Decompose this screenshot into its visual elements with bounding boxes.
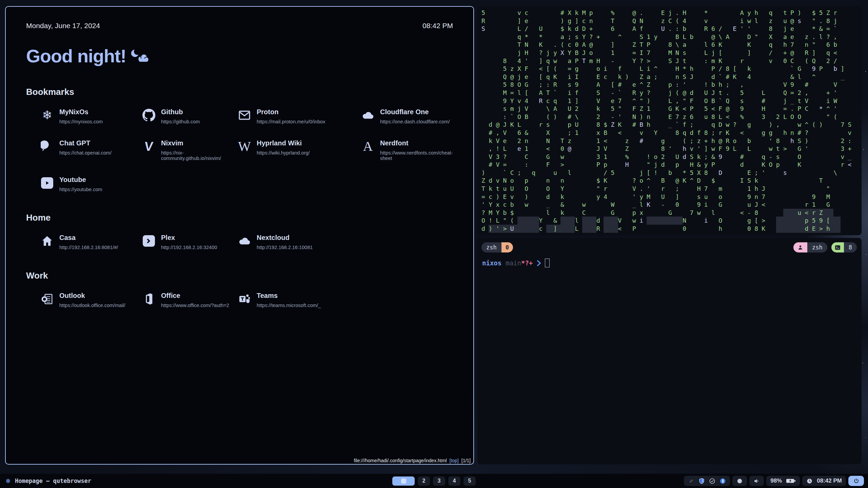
session-shell-label: zsh (807, 242, 827, 252)
battery-module[interactable]: 98% (766, 476, 800, 486)
mail-envelope-icon (237, 107, 252, 123)
bookmark-item-youtube[interactable]: Youtubehttps://youtube.com (40, 175, 141, 192)
bookmark-name: MyNixOs (59, 108, 103, 116)
workspace-1[interactable] (392, 476, 415, 486)
bookmark-item-nixvim[interactable]: VNixvimhttps://nix-community.github.io/n… (141, 139, 237, 161)
matrix-row: 5 vc #XkMp % @. Ej.H * Ayh q tP) $5Zr (481, 9, 862, 17)
bluetooth-icon[interactable] (719, 478, 726, 484)
matrix-row: 9Yv4 Rcq 1] V e7 ^") L,"F OB`Q s # j_tV … (481, 97, 862, 105)
clock-time: 08:42 PM (817, 477, 842, 484)
statusbar-url: file:///home/hadi/.config/startpage/inde… (354, 458, 447, 463)
bookmark-item-nerdfont[interactable]: ANerdfonthttps://www.nerdfonts.com/cheat… (360, 139, 453, 161)
tab-zsh[interactable]: zsh 0 (481, 242, 513, 252)
cloud-icon (237, 233, 252, 249)
active-workspace-dot (401, 479, 406, 484)
office-icon (141, 291, 156, 307)
section-title: Home (26, 212, 453, 223)
clock-icon (806, 478, 813, 484)
bookmark-item-cloudflare-one[interactable]: Cloudflare Onehttps://one.dash.cloudflar… (360, 107, 453, 124)
prompt-git-status: *?+ (521, 259, 533, 267)
battery-charging-icon (786, 478, 796, 484)
bookmark-name: Nextcloud (257, 234, 313, 242)
nix-snowflake-icon: ❄ (40, 107, 55, 123)
matrix-row: ZdvNo p n n $K ?o^ B @K^D $ ISk T (481, 177, 862, 185)
matrix-row: #,V 6& X ;1 xB < v Y 8qdf8;rK < gg hn#? … (481, 129, 862, 137)
bookmark-item-casa[interactable]: Casahttp://192.168.2.16:8081/#/ (40, 233, 141, 250)
bookmark-item-plex[interactable]: Plexhttp://192.168.2.16:32400 (141, 233, 237, 250)
zellij-tab-bar: zsh 0 zsh 8 (481, 242, 857, 252)
bookmark-name: Github (161, 108, 200, 116)
workspace-4[interactable]: 4 (448, 476, 460, 486)
bookmark-sections: Bookmarks❄MyNixOshttps://mynixos.comGith… (26, 87, 453, 308)
matrix-row: kVe 2n N Tz 1< z # g (;z+h@Ro b '8 hS) 2… (481, 137, 862, 145)
bookmark-name: Casa (59, 234, 118, 242)
prompt-host: nixos (482, 259, 501, 267)
bookmark-item-nextcloud[interactable]: Nextcloudhttp://192.168.2.16:10081 (237, 233, 360, 250)
matrix-row: 8 4' ]qw aPTmH - Y?> SJt :mK r v 0C (Q 2… (481, 57, 862, 65)
tab-index: 0 (501, 242, 513, 252)
bookmark-name: Chat GPT (59, 139, 112, 147)
workspace-5[interactable]: 5 (463, 476, 476, 486)
qutebrowser-statusbar: file:///home/hadi/.config/startpage/inde… (354, 458, 471, 463)
power-icon (853, 478, 860, 484)
matrix-row: S L/ U $kdD+ 6 Af U.:b R6/ E'' 8 je *&=` (481, 25, 862, 33)
matrix-row: jH ?jyXYBJo 1 =I7 MNs Lj[ ] / +@ R] q< (481, 49, 862, 57)
matrix-row: M=l[ AT` if S -` Ry? j(@d UJt. 5 L Q=2, … (481, 89, 862, 97)
bookmark-url: https://wiki.hyprland.org/ (257, 150, 310, 156)
bookmark-url: https://www.office.com/?auth=2 (161, 303, 229, 308)
matrix-row: d)'>U c ] L R < P 0 h 08K dE>h (481, 225, 862, 233)
github-icon (141, 107, 156, 123)
statusbar-tab-count: [1/1] (461, 458, 471, 463)
section-bookmarks: Bookmarks❄MyNixOshttps://mynixos.comGith… (26, 87, 453, 192)
bookmark-item-hyprland-wiki[interactable]: WHyprland Wikihttps://wiki.hyprland.org/ (237, 139, 360, 161)
statusbar-scroll-position: [top] (450, 458, 459, 463)
shield-icon[interactable] (698, 478, 705, 484)
battery-percent: 98% (770, 477, 782, 484)
matrix-row: O!L"( Y & l d V wi N i O g[> p59[ (481, 217, 862, 225)
bookmark-item-teams[interactable]: Teamshttps://teams.microsoft.com/_ (237, 291, 360, 308)
youtube-play-icon (40, 175, 55, 191)
check-circle-icon[interactable] (709, 478, 715, 484)
bookmark-url: http://192.168.2.16:10081 (257, 245, 313, 250)
nixos-logo-icon: ❄ (5, 477, 11, 485)
night-light-toggle[interactable] (732, 476, 747, 486)
moon-icon (736, 478, 743, 484)
session-user-pill[interactable]: zsh (793, 242, 827, 252)
home-icon (40, 233, 55, 249)
kdeconnect-arrows-icon[interactable] (688, 478, 694, 484)
waybar-taskbar: ❄ Homepage — qutebrowser 2345 98% 08:42 … (0, 474, 868, 488)
bookmark-name: Nixvim (161, 139, 237, 147)
volume-control[interactable] (749, 476, 764, 486)
section-home: HomeCasahttp://192.168.2.16:8081/#/Plexh… (26, 212, 453, 250)
clock-module[interactable]: 08:42 PM (802, 476, 846, 486)
system-tray[interactable] (684, 476, 730, 486)
workspace-3[interactable]: 3 (433, 476, 445, 486)
bookmark-item-office[interactable]: Officehttps://www.office.com/?auth=2 (141, 291, 237, 308)
terminal-window-cmatrix[interactable]: 5 vc #XkMp % @. Ej.H * Ayh q tP) $5Zr R … (477, 6, 862, 235)
terminal-cursor (545, 259, 550, 267)
matrix-row: =c)Ev ) d k y4 'yM U ] su o 9n7 9 M (481, 193, 862, 201)
bookmark-item-github[interactable]: Githubhttps://github.com (141, 107, 237, 124)
bookmark-url: https://mail.proton.me/u/0/inbox (257, 119, 325, 124)
section-work: WorkOutlookhttps://outlook.office.com/ma… (26, 270, 453, 308)
matrix-row: q* * a;sY?+ ^ S1y BLb @\A D" X ae z.l?, (481, 33, 862, 41)
vim-v-icon: V (141, 139, 156, 154)
bookmark-item-chat-gpt[interactable]: Chat GPThttps://chat.openai.com/ (40, 139, 141, 161)
matrix-row: #V= : F > Pp H "jd p H&yP d KOp K r< (481, 161, 862, 169)
bookmark-url: https://youtube.com (59, 187, 102, 192)
bookmark-name: Office (161, 292, 229, 300)
workspace-2[interactable]: 2 (418, 476, 430, 486)
startpage-time: 08:42 PM (422, 22, 453, 30)
power-button[interactable] (848, 476, 864, 486)
terminal-window-zsh[interactable]: zsh 0 zsh 8 nixos main *?+ (477, 238, 862, 464)
moon-cloud-icon (131, 49, 149, 63)
bookmark-item-outlook[interactable]: Outlookhttps://outlook.office.com/mail/ (40, 291, 141, 308)
bookmark-url: https://nix-community.github.io/nixvim/ (161, 150, 237, 161)
bookmark-item-proton[interactable]: Protonhttps://mail.proton.me/u/0/inbox (237, 107, 360, 124)
bookmark-item-mynixos[interactable]: ❄MyNixOshttps://mynixos.com (40, 107, 141, 124)
matrix-row: 'Yxcb w _ & w W _lK - 0 9i G uJ< r1 G (481, 201, 862, 209)
session-pane-pill[interactable]: 8 (831, 242, 857, 252)
bookmark-url: http://192.168.2.16:32400 (161, 245, 217, 250)
greeting-text: Good night! (26, 45, 126, 66)
outlook-icon (40, 291, 55, 307)
